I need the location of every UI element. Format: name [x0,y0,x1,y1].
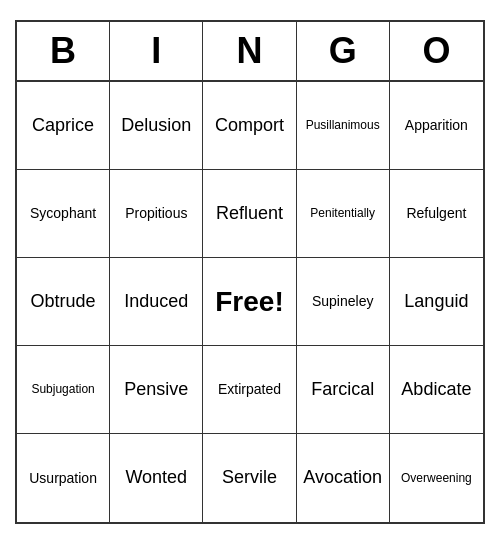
bingo-cell-10: Obtrude [17,258,110,346]
bingo-cell-1: Delusion [110,82,203,170]
bingo-cell-12: Free! [203,258,296,346]
bingo-cell-21: Wonted [110,434,203,522]
bingo-cell-3: Pusillanimous [297,82,390,170]
bingo-cell-13: Supineley [297,258,390,346]
bingo-cell-11: Induced [110,258,203,346]
bingo-cell-14: Languid [390,258,483,346]
bingo-cell-17: Extirpated [203,346,296,434]
bingo-cell-18: Farcical [297,346,390,434]
bingo-card: BINGO CapriceDelusionComportPusillanimou… [15,20,485,524]
bingo-cell-22: Servile [203,434,296,522]
header-letter-n: N [203,22,296,80]
bingo-cell-8: Penitentially [297,170,390,258]
header-letter-b: B [17,22,110,80]
header-letter-i: I [110,22,203,80]
bingo-cell-0: Caprice [17,82,110,170]
bingo-cell-23: Avocation [297,434,390,522]
bingo-cell-4: Apparition [390,82,483,170]
bingo-cell-2: Comport [203,82,296,170]
bingo-cell-15: Subjugation [17,346,110,434]
bingo-cell-19: Abdicate [390,346,483,434]
bingo-cell-7: Refluent [203,170,296,258]
bingo-grid: CapriceDelusionComportPusillanimousAppar… [17,82,483,522]
bingo-cell-20: Usurpation [17,434,110,522]
header-letter-g: G [297,22,390,80]
bingo-cell-24: Overweening [390,434,483,522]
bingo-cell-6: Propitious [110,170,203,258]
bingo-cell-5: Sycophant [17,170,110,258]
bingo-header: BINGO [17,22,483,82]
header-letter-o: O [390,22,483,80]
bingo-cell-9: Refulgent [390,170,483,258]
bingo-cell-16: Pensive [110,346,203,434]
